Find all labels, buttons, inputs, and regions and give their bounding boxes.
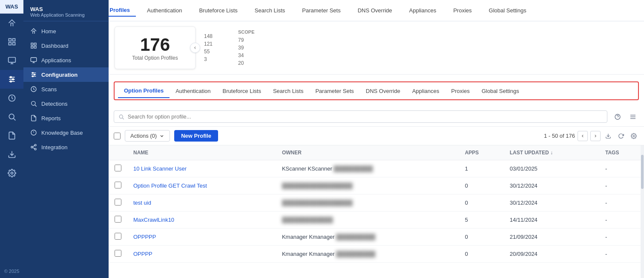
col-apps-header[interactable]: APPS bbox=[459, 145, 503, 160]
profile-name-link[interactable]: OPPPP bbox=[133, 251, 152, 257]
sidebar-item-configuration[interactable]: Configuration bbox=[23, 67, 109, 82]
sidebar-item-applications-label: Applications bbox=[41, 57, 71, 64]
nav-tabs-panel: Option Profiles Authentication Bruteforc… bbox=[109, 75, 644, 107]
pagination-text: 1 - 50 of 176 bbox=[544, 133, 575, 139]
iconbar-apps[interactable] bbox=[0, 51, 23, 70]
svg-rect-2 bbox=[12, 43, 15, 45]
profile-name-link[interactable]: 10 Link Scanner User bbox=[133, 165, 187, 172]
copyright: © 2025 bbox=[4, 269, 20, 278]
table-row: OPPPPPKmanager Kmanager ██████████021/09… bbox=[109, 229, 644, 246]
iconbar-reports[interactable] bbox=[0, 126, 23, 145]
iconbar-download[interactable] bbox=[0, 145, 23, 164]
owner-cell: ██████████████████ bbox=[276, 194, 459, 211]
col-name-header[interactable]: NAME bbox=[127, 145, 276, 160]
sidebar-item-dashboard-label: Dashboard bbox=[41, 43, 69, 49]
topbar-tab-dns-override[interactable]: DNS Override bbox=[352, 5, 398, 16]
svg-line-43 bbox=[122, 118, 124, 119]
row-checkbox[interactable] bbox=[115, 165, 121, 171]
profile-name-link[interactable]: OPPPPP bbox=[133, 234, 156, 240]
profile-name-link[interactable]: Option Profile GET Crawl Test bbox=[133, 182, 207, 189]
new-profile-button[interactable]: New Profile bbox=[174, 130, 218, 142]
row-checkbox[interactable] bbox=[115, 250, 121, 257]
svg-point-50 bbox=[633, 135, 635, 137]
prev-page-button[interactable] bbox=[578, 131, 588, 141]
search-box[interactable] bbox=[114, 110, 607, 123]
help-icon[interactable] bbox=[612, 111, 624, 123]
updated-cell: 30/12/2024 bbox=[504, 177, 599, 194]
sidebar-menu: Home Dashboard Applications Configuratio… bbox=[23, 21, 109, 278]
nav-tab-appliances[interactable]: Appliances bbox=[406, 84, 446, 98]
topbar-tab-bruteforce[interactable]: Bruteforce Lists bbox=[193, 5, 243, 16]
tags-cell: - bbox=[599, 211, 644, 229]
sidebar-item-reports[interactable]: Reports bbox=[23, 111, 109, 125]
tags-cell: - bbox=[599, 194, 644, 211]
iconbar-detections[interactable] bbox=[0, 107, 23, 126]
toolbar-icons bbox=[612, 111, 639, 123]
sidebar-item-dashboard[interactable]: Dashboard bbox=[23, 38, 109, 53]
app-label: WAS bbox=[0, 0, 23, 14]
settings-icon[interactable] bbox=[629, 131, 639, 141]
nav-tab-dns-override[interactable]: DNS Override bbox=[360, 84, 406, 98]
nav-tab-authentication[interactable]: Authentication bbox=[170, 84, 216, 98]
table-row: OPPPPKmanager Kmanager ██████████020/09/… bbox=[109, 246, 644, 263]
topbar-tab-search-lists[interactable]: Search Lists bbox=[249, 5, 291, 16]
svg-rect-22 bbox=[31, 58, 36, 61]
next-page-button[interactable] bbox=[590, 131, 601, 141]
collapse-button[interactable] bbox=[190, 43, 200, 53]
profile-name-link[interactable]: test uid bbox=[133, 200, 151, 206]
main-content: 176 Total Option Profiles 148 121 55 3 S… bbox=[109, 21, 644, 278]
col-updated-header[interactable]: LAST UPDATED ↓ bbox=[504, 145, 599, 160]
sidebar-item-detections[interactable]: Detections bbox=[23, 96, 109, 111]
topbar: Configuration Option Profiles Authentica… bbox=[23, 0, 644, 21]
nav-tab-parameter-sets[interactable]: Parameter Sets bbox=[309, 84, 359, 98]
svg-line-33 bbox=[35, 105, 37, 107]
nav-tabs-bar: Option Profiles Authentication Bruteforc… bbox=[114, 81, 639, 100]
profile-name-link[interactable]: MaxCrawlLink10 bbox=[133, 217, 174, 223]
sidebar-item-knowledge-base[interactable]: Knowledge Base bbox=[23, 125, 109, 140]
stats-card: 176 Total Option Profiles bbox=[115, 26, 196, 69]
menu-icon[interactable] bbox=[627, 111, 639, 123]
sidebar-item-integration[interactable]: Integration bbox=[23, 140, 109, 154]
row-checkbox[interactable] bbox=[115, 199, 121, 206]
topbar-tab-parameter-sets[interactable]: Parameter Sets bbox=[296, 5, 346, 16]
sidebar-item-applications[interactable]: Applications bbox=[23, 53, 109, 67]
stats-55: 55 bbox=[204, 49, 213, 55]
apps-cell: 0 bbox=[459, 194, 503, 211]
refresh-icon[interactable] bbox=[616, 131, 626, 141]
iconbar-settings[interactable] bbox=[0, 164, 23, 182]
home-icon bbox=[30, 28, 37, 35]
col-owner-header[interactable]: OWNER bbox=[276, 145, 459, 160]
topbar-tab-global-settings[interactable]: Global Settings bbox=[483, 5, 532, 16]
svg-point-10 bbox=[10, 76, 11, 78]
download-icon[interactable] bbox=[603, 131, 613, 141]
topbar-tab-proxies[interactable]: Proxies bbox=[447, 5, 477, 16]
actions-button[interactable]: Actions (0) bbox=[125, 130, 170, 142]
nav-tab-global-settings[interactable]: Global Settings bbox=[476, 84, 525, 98]
search-input[interactable] bbox=[128, 113, 603, 120]
nav-tab-bruteforce[interactable]: Bruteforce Lists bbox=[217, 84, 267, 98]
scrollbar-thumb[interactable] bbox=[641, 155, 644, 189]
select-all-checkbox[interactable] bbox=[114, 133, 121, 139]
nav-tab-search-lists[interactable]: Search Lists bbox=[267, 84, 310, 98]
sidebar-item-detections-label: Detections bbox=[41, 101, 67, 107]
tags-cell: - bbox=[599, 229, 644, 246]
row-checkbox[interactable] bbox=[115, 182, 121, 188]
sidebar-item-scans[interactable]: Scans bbox=[23, 82, 109, 96]
topbar-tab-authentication[interactable]: Authentication bbox=[141, 5, 188, 16]
row-checkbox[interactable] bbox=[115, 216, 121, 223]
scrollbar-track[interactable] bbox=[641, 145, 644, 278]
search-row bbox=[109, 107, 644, 127]
dashboard-icon bbox=[30, 42, 37, 49]
nav-tab-proxies[interactable]: Proxies bbox=[445, 84, 475, 98]
topbar-tab-appliances[interactable]: Appliances bbox=[403, 5, 443, 16]
nav-tab-option-profiles[interactable]: Option Profiles bbox=[118, 84, 170, 98]
stats-total: 176 bbox=[140, 35, 170, 55]
iconbar-dashboard[interactable] bbox=[0, 32, 23, 51]
col-tags-header[interactable]: TAGS bbox=[599, 145, 644, 160]
iconbar-configuration[interactable] bbox=[0, 70, 23, 89]
owner-cell: █████████████ bbox=[276, 211, 459, 229]
iconbar-home[interactable] bbox=[0, 14, 23, 32]
iconbar-scans[interactable] bbox=[0, 89, 23, 107]
sidebar-item-home[interactable]: Home bbox=[23, 24, 109, 38]
row-checkbox[interactable] bbox=[115, 233, 121, 240]
